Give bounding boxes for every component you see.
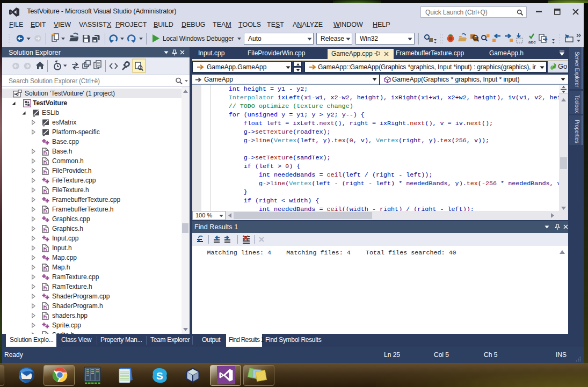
svg-text:S: S (156, 370, 163, 382)
svg-text:abc: abc (528, 40, 536, 45)
